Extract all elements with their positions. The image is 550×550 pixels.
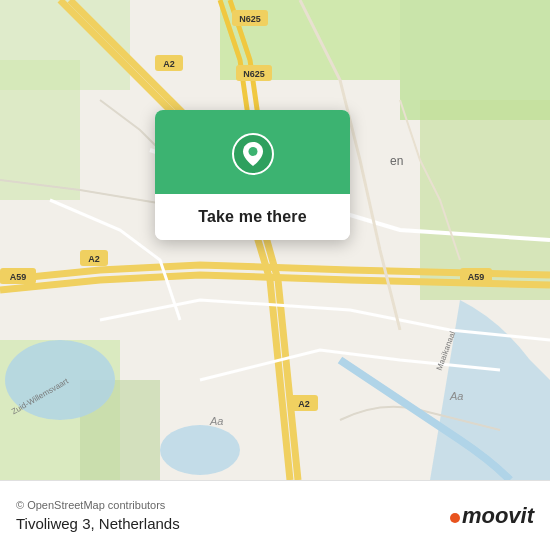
- svg-text:A2: A2: [88, 254, 100, 264]
- svg-text:A2: A2: [298, 399, 310, 409]
- svg-text:A59: A59: [10, 272, 27, 282]
- location-popup: Take me there: [155, 110, 350, 240]
- svg-text:Aa: Aa: [209, 415, 223, 427]
- moovit-dot: [450, 513, 460, 523]
- map-svg: A2 A2 A59 A59 N625 N625 A2 en Aa Aa Zui: [0, 0, 550, 480]
- bottom-bar: © OpenStreetMap contributors Tivoliweg 3…: [0, 480, 550, 550]
- svg-point-9: [160, 425, 240, 475]
- moovit-logo: moovit: [450, 503, 534, 529]
- popup-header: [155, 110, 350, 194]
- address-text: Tivoliweg 3, Netherlands: [16, 515, 180, 532]
- moovit-brand-text: moovit: [450, 503, 534, 529]
- svg-text:en: en: [390, 154, 403, 168]
- svg-point-30: [248, 147, 257, 156]
- location-pin-icon: [231, 132, 275, 176]
- map-attribution: © OpenStreetMap contributors: [16, 499, 180, 511]
- svg-text:N625: N625: [239, 14, 261, 24]
- svg-rect-4: [0, 60, 80, 200]
- svg-text:A2: A2: [163, 59, 175, 69]
- svg-text:A59: A59: [468, 272, 485, 282]
- map-area[interactable]: A2 A2 A59 A59 N625 N625 A2 en Aa Aa Zui: [0, 0, 550, 480]
- take-me-there-button[interactable]: Take me there: [155, 194, 350, 240]
- svg-text:N625: N625: [243, 69, 265, 79]
- svg-text:Aa: Aa: [449, 390, 463, 402]
